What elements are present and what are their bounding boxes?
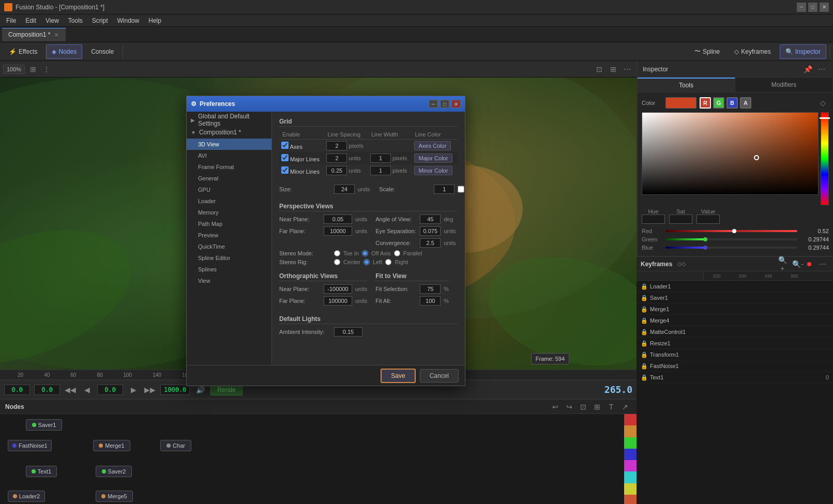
fit-all-label: Fit All: xyxy=(375,298,417,304)
orth-far-input[interactable] xyxy=(324,296,352,306)
major-checkbox[interactable] xyxy=(281,154,289,161)
size-unit: units xyxy=(358,186,370,192)
fit-sel-label: Fit Selection: xyxy=(375,286,417,292)
axes-spacing-input[interactable] xyxy=(326,141,347,150)
eye-sep-unit: units xyxy=(444,228,456,234)
orth-far-unit: units xyxy=(355,298,367,304)
dialog-minimize-btn[interactable]: ─ xyxy=(429,100,438,108)
dialog-maximize-btn[interactable]: □ xyxy=(440,100,449,108)
near-plane-input[interactable] xyxy=(324,215,352,224)
minor-checkbox[interactable] xyxy=(281,166,289,174)
nav-item-general[interactable]: General xyxy=(187,173,271,184)
minor-color-btn[interactable]: Minor Color xyxy=(414,166,453,175)
nav-item-frameformat[interactable]: Frame Format xyxy=(187,161,271,173)
stereo-offaxis-radio[interactable] xyxy=(362,250,368,256)
axes-color-btn[interactable]: Axes Color xyxy=(414,141,451,150)
nav-composition1[interactable]: ▼ Composition1 * xyxy=(187,126,271,139)
angle-input[interactable] xyxy=(420,215,441,224)
minor-spacing-input[interactable] xyxy=(326,166,347,175)
angle-unit: deg xyxy=(444,216,453,222)
stereo-rig-label: Stereo Rig: xyxy=(279,259,331,265)
stereo-toein-label: Toe In xyxy=(343,250,359,256)
nav-item-pathmap[interactable]: Path Map xyxy=(187,218,271,230)
grid-table: Enable Line Spacing Line Width Line Colo… xyxy=(279,130,458,177)
minor-enable-cell: Minor Lines xyxy=(279,164,324,177)
stereorig-right-radio[interactable] xyxy=(385,259,391,265)
major-color-btn[interactable]: Major Color xyxy=(414,154,453,163)
nav-item-3dview[interactable]: 3D View xyxy=(187,139,271,150)
axes-label: Axes xyxy=(290,144,302,150)
scale-input[interactable] xyxy=(434,185,455,194)
stereorig-center-label: Center xyxy=(343,259,360,265)
stereorig-center-radio[interactable] xyxy=(334,259,340,265)
fit-all-row: Fit All: % xyxy=(375,296,449,306)
major-spacing-unit: units xyxy=(349,155,361,161)
dialog-close-btn[interactable]: ✕ xyxy=(451,100,461,108)
orth-near-input[interactable] xyxy=(324,284,352,294)
nav-item-preview[interactable]: Preview xyxy=(187,230,271,241)
angle-of-view-row: Angle of View: deg xyxy=(375,215,456,224)
save-button[interactable]: Save xyxy=(381,369,415,383)
minor-width-input[interactable] xyxy=(370,166,391,175)
col-linecolor: Line Color xyxy=(412,130,458,140)
nav-item-quicktime[interactable]: QuickTime xyxy=(187,241,271,252)
axes-checkbox[interactable] xyxy=(281,142,289,149)
minor-width-unit: pixels xyxy=(392,167,407,174)
conv-unit: units xyxy=(444,240,456,246)
dialog-title-bar[interactable]: ⚙ Preferences ─ □ ✕ xyxy=(187,96,465,112)
grid-row-minorlines: Minor Lines units pixels xyxy=(279,164,458,177)
nav-composition-label: Composition1 * xyxy=(199,129,241,136)
fit-all-unit: % xyxy=(444,298,449,304)
major-spacing-input[interactable] xyxy=(326,154,347,163)
nav-item-gpu[interactable]: GPU xyxy=(187,184,271,195)
orth-left-col: Orthographic Views Near Plane: units Far… xyxy=(279,272,367,308)
grid-section: Grid Enable Line Spacing Line Width Line… xyxy=(279,118,458,195)
orth-far-label: Far Plane: xyxy=(279,298,321,304)
nav-item-memory[interactable]: Memory xyxy=(187,207,271,218)
nav-global-settings[interactable]: ▶ Global and Default Settings xyxy=(187,114,271,126)
nav-item-avi[interactable]: AVI xyxy=(187,150,271,161)
axes-spacing-cell: pixels xyxy=(324,140,368,152)
fit-all-input[interactable] xyxy=(420,296,441,306)
major-width-input[interactable] xyxy=(370,154,391,163)
stereo-toein-radio[interactable] xyxy=(334,250,340,256)
dialog-title-left: ⚙ Preferences xyxy=(191,100,235,108)
orth-near-row: Near Plane: units xyxy=(279,284,367,294)
nav-item-view[interactable]: View xyxy=(187,275,271,286)
nav-gpu-label: GPU xyxy=(198,187,210,193)
stereorig-right-label: Right xyxy=(395,259,408,265)
antialias-checkbox[interactable] xyxy=(458,186,464,193)
far-plane-input[interactable] xyxy=(324,226,352,236)
size-input[interactable] xyxy=(334,185,355,194)
dialog-body: ▶ Global and Default Settings ▼ Composit… xyxy=(187,112,465,365)
minor-spacing-unit: units xyxy=(349,167,361,174)
grid-row-majorlines: Major Lines units pixels xyxy=(279,152,458,164)
eye-sep-input[interactable] xyxy=(420,226,441,236)
major-label: Major Lines xyxy=(290,156,320,162)
stereorig-left-radio[interactable] xyxy=(364,259,370,265)
grid-row-axes: Axes pixels Axes Color xyxy=(279,140,458,152)
conv-input[interactable] xyxy=(420,238,441,248)
stereorig-left-label: Left xyxy=(373,259,382,265)
stereo-offaxis-label: Off Axis xyxy=(371,250,391,256)
near-plane-row: Near Plane: units xyxy=(279,215,367,224)
fit-sel-input[interactable] xyxy=(420,284,441,294)
nav-arrow: ▼ xyxy=(191,130,196,135)
nav-global-label: Global and Default Settings xyxy=(198,113,267,127)
eye-sep-row: Eye Separation: units xyxy=(375,226,456,236)
size-scale-row: Size: units Scale: Grid Antialiasing xyxy=(279,183,458,195)
col-linewidth: Line Width xyxy=(368,130,412,140)
convergence-row: Convergence: units xyxy=(375,238,456,248)
cancel-button[interactable]: Cancel xyxy=(420,369,459,383)
perspective-two-col: Near Plane: units Far Plane: units xyxy=(279,215,458,250)
minor-width-cell: pixels xyxy=(368,164,412,177)
conv-label: Convergence: xyxy=(375,240,417,246)
ambient-input[interactable] xyxy=(334,327,362,337)
fit-sel-unit: % xyxy=(444,286,449,292)
nav-item-loader[interactable]: Loader xyxy=(187,195,271,207)
stereo-rig-row: Stereo Rig: Center Left Right xyxy=(279,259,458,265)
nav-splines-label: Splines xyxy=(198,266,217,272)
nav-item-splines[interactable]: Splines xyxy=(187,264,271,275)
stereo-parallel-radio[interactable] xyxy=(394,250,400,256)
nav-item-splineeditor[interactable]: Spline Editor xyxy=(187,252,271,264)
